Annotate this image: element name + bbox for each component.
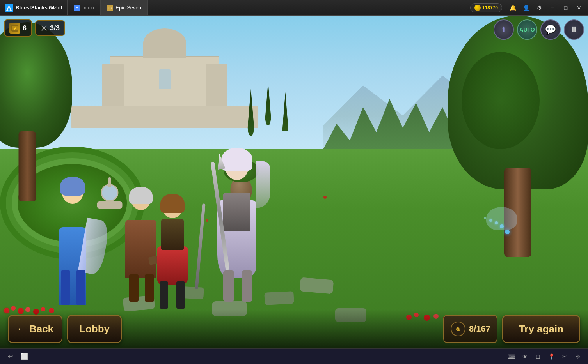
energy-badge[interactable]: ⚡ 6 xyxy=(4,19,32,37)
taskbar-right: ⌨ 👁 ⊞ 📍 ✂ ⚙ xyxy=(506,351,583,362)
taskbar-keyboard-icon[interactable]: ⌨ xyxy=(506,351,517,362)
castle xyxy=(71,42,258,128)
character-4 xyxy=(206,154,268,302)
bluestacks-tab[interactable]: BluestStacks 64-bit xyxy=(0,0,68,15)
tab-epic-seven[interactable]: E7 Epic Seven xyxy=(101,0,148,15)
game-background xyxy=(0,16,588,348)
coin-display: 118770 xyxy=(470,3,502,12)
back-button-label: Back xyxy=(29,323,53,335)
lobby-button[interactable]: Lobby xyxy=(67,315,122,343)
sword-count: 3/3 xyxy=(50,24,60,32)
info-icon: ℹ xyxy=(502,25,505,34)
energy-count: 6 xyxy=(23,24,27,32)
lobby-button-label: Lobby xyxy=(79,323,110,335)
user-button[interactable]: 👤 xyxy=(520,2,532,14)
taskbar-settings-icon[interactable]: ⚙ xyxy=(572,351,583,362)
settings-button[interactable]: ⚙ xyxy=(533,2,545,14)
auto-icon: AUTO xyxy=(519,27,535,33)
svg-point-2 xyxy=(8,8,10,11)
tab-epicseven-label: Epic Seven xyxy=(115,5,141,11)
tab-inicio-label: Inicio xyxy=(82,5,94,11)
bluestacks-label: BluestStacks 64-bit xyxy=(16,5,62,11)
stamina-amount: 8/167 xyxy=(469,324,490,334)
coin-icon xyxy=(474,5,481,11)
taskbar-back-button[interactable]: ↩ xyxy=(5,351,16,362)
taskbar-home-button[interactable]: ⬜ xyxy=(19,351,30,362)
back-arrow-icon: ← xyxy=(17,324,25,334)
character-1 xyxy=(47,180,98,305)
taskbar-window-icon[interactable]: ⊞ xyxy=(533,351,544,362)
taskbar: ↩ ⬜ ⌨ 👁 ⊞ 📍 ✂ ⚙ xyxy=(0,348,588,364)
stamina-icon: ♞ xyxy=(450,321,466,337)
auto-button[interactable]: AUTO xyxy=(517,19,537,40)
chat-button[interactable]: 💬 xyxy=(540,19,561,40)
bottom-right-buttons: ♞ 8/167 Try again xyxy=(443,315,580,343)
svg-text:♞: ♞ xyxy=(455,325,461,333)
back-button[interactable]: ← Back xyxy=(8,315,62,343)
taskbar-view-icon[interactable]: 👁 xyxy=(519,351,530,362)
taskbar-scissors-icon[interactable]: ✂ xyxy=(559,351,570,362)
stamina-display: ♞ 8/167 xyxy=(443,315,497,343)
titlebar-right: 118770 🔔 👤 ⚙ − □ ✕ xyxy=(470,2,588,14)
taskbar-location-icon[interactable]: 📍 xyxy=(546,351,557,362)
try-again-button[interactable]: Try again xyxy=(502,315,580,343)
titlebar: BluestStacks 64-bit H Inicio E7 Epic Sev… xyxy=(0,0,588,16)
restore-button[interactable]: □ xyxy=(560,2,572,14)
svg-text:⚡: ⚡ xyxy=(13,27,17,30)
bottom-left-buttons: ← Back Lobby xyxy=(8,315,122,343)
titlebar-left: BluestStacks 64-bit H Inicio E7 Epic Sev… xyxy=(0,0,148,15)
sword-icon: ⚔ xyxy=(41,23,48,33)
pause-button[interactable]: ⏸ xyxy=(564,19,584,40)
left-tree xyxy=(0,22,72,201)
blue-trail xyxy=(463,203,517,242)
info-button[interactable]: ℹ xyxy=(494,19,514,40)
game-area: ⚡ 6 ⚔ 3/3 ℹ AUTO 💬 xyxy=(0,16,588,348)
close-button[interactable]: ✕ xyxy=(573,2,585,14)
taskbar-left: ↩ ⬜ xyxy=(5,351,30,362)
bottom-bar: ← Back Lobby ♞ 8/167 Try again xyxy=(0,309,588,348)
coin-amount: 118770 xyxy=(482,5,498,11)
notification-button[interactable]: 🔔 xyxy=(507,2,519,14)
ui-top-right: ℹ AUTO 💬 ⏸ xyxy=(494,19,584,40)
pause-icon: ⏸ xyxy=(570,25,578,35)
flower-mid-3 xyxy=(323,196,327,199)
svg-text:H: H xyxy=(75,6,78,10)
tab-inicio[interactable]: H Inicio xyxy=(68,0,101,15)
minimize-button[interactable]: − xyxy=(547,2,558,14)
sword-badge[interactable]: ⚔ 3/3 xyxy=(35,20,65,36)
character-3 xyxy=(147,196,198,309)
chat-icon: 💬 xyxy=(545,24,556,35)
try-again-label: Try again xyxy=(519,323,563,335)
energy-icon: ⚡ xyxy=(9,23,20,34)
svg-text:E7: E7 xyxy=(108,6,112,10)
